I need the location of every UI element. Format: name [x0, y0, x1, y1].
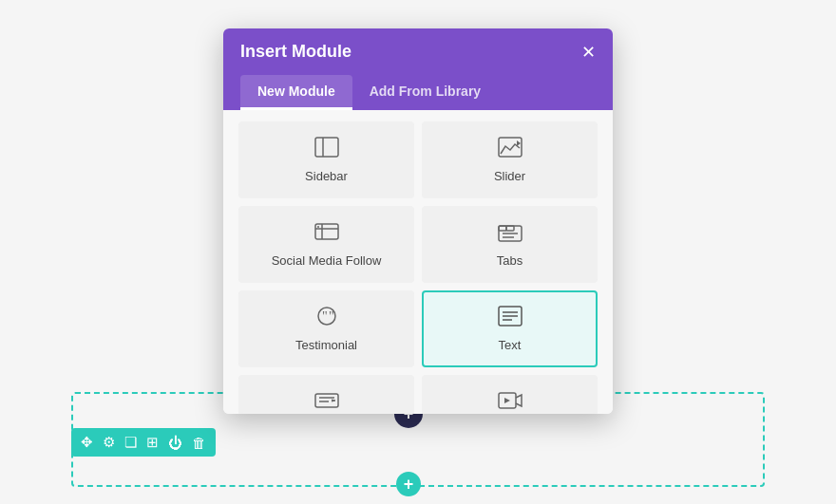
tab-add-from-library[interactable]: Add From Library [352, 75, 498, 110]
modal-header: Insert Module ✕ [223, 28, 613, 75]
module-item-text[interactable]: Text [422, 290, 598, 367]
plus-icon-bottom: + [404, 475, 414, 495]
duplicate-icon[interactable]: ❏ [124, 434, 137, 451]
svg-rect-0 [315, 138, 338, 157]
video-icon [498, 390, 522, 414]
svg-rect-10 [506, 226, 514, 231]
module-item-testimonial[interactable]: " " Testimonial [238, 290, 414, 367]
text-icon [498, 306, 522, 332]
svg-marker-3 [517, 140, 521, 146]
text-label: Text [499, 338, 522, 352]
move-icon[interactable]: ✥ [81, 434, 93, 451]
tabs-icon [498, 221, 522, 248]
power-icon[interactable]: ⏻ [168, 435, 182, 451]
tab-new-module[interactable]: New Module [240, 75, 352, 110]
slider-label: Slider [494, 169, 525, 183]
grid-icon[interactable]: ⊞ [146, 434, 159, 451]
add-module-button-bottom[interactable]: + [396, 472, 421, 496]
testimonial-label: Testimonial [295, 338, 357, 352]
module-item-video[interactable]: Video [422, 375, 598, 414]
delete-icon[interactable]: 🗑 [192, 435, 206, 451]
tabs-label: Tabs [497, 253, 522, 268]
social-icon [314, 221, 339, 248]
svg-text:": " [329, 309, 334, 324]
social-media-follow-label: Social Media Follow [272, 253, 382, 268]
slider-icon [498, 137, 522, 163]
settings-icon[interactable]: ⚙ [103, 434, 115, 451]
modal-close-button[interactable]: ✕ [581, 44, 596, 61]
row-toolbar: ✥ ⚙ ❏ ⊞ ⏻ 🗑 [71, 428, 216, 457]
sidebar-icon [314, 137, 339, 163]
modal-title: Insert Module [240, 42, 352, 62]
svg-marker-24 [504, 398, 510, 403]
toggle-icon [314, 390, 339, 414]
sidebar-label: Sidebar [305, 169, 348, 183]
module-item-slider[interactable]: Slider [422, 121, 598, 198]
module-grid: Sidebar Slider [223, 110, 613, 414]
testimonial-icon: " " [314, 306, 339, 332]
module-item-toggle[interactable]: Toggle [238, 375, 414, 414]
svg-text:": " [322, 309, 328, 324]
module-item-tabs[interactable]: Tabs [422, 206, 598, 283]
tab-bar: New Module Add From Library [223, 75, 613, 110]
module-item-social-media-follow[interactable]: Social Media Follow [238, 206, 414, 283]
svg-point-7 [317, 226, 319, 228]
module-item-sidebar[interactable]: Sidebar [238, 121, 414, 198]
insert-module-modal: Insert Module ✕ New Module Add From Libr… [223, 28, 613, 414]
svg-rect-9 [499, 226, 506, 231]
